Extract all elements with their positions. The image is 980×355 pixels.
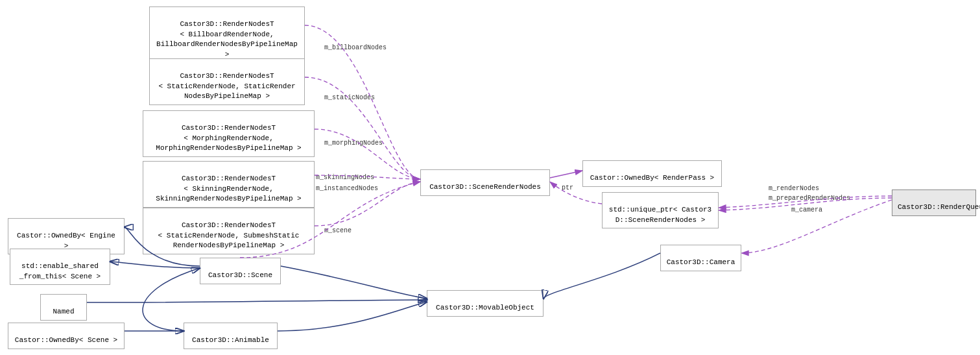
castor-owned-renderpass-box: Castor::OwnedBy< RenderPass >	[582, 160, 722, 187]
scene-render-nodes-box: Castor3D::SceneRenderNodes	[420, 169, 550, 196]
scene-box: Castor3D::Scene	[200, 258, 281, 284]
camera-box: Castor3D::Camera	[660, 245, 741, 271]
billboard-render-nodes-box: Castor3D::RenderNodesT < BillboardRender…	[149, 6, 305, 63]
submesh-static-render-nodes-box: Castor3D::RenderNodesT < StaticRenderNod…	[143, 208, 315, 254]
animable-box: Castor3D::Animable	[184, 323, 278, 349]
edge-animable-to-scene	[143, 268, 200, 331]
static-render-nodes-box: Castor3D::RenderNodesT < StaticRenderNod…	[149, 58, 305, 105]
movable-object-box: Castor3D::MovableObject	[427, 290, 544, 317]
edge-scene-rn-to-owned	[550, 171, 582, 178]
unique-ptr-scene-render-nodes-box: std::unique_ptr< Castor3 D::SceneRenderN…	[602, 192, 719, 228]
label-instanced-nodes: m_instancedNodes	[316, 185, 378, 192]
edge-camera-to-movable	[544, 253, 660, 299]
edge-scene-to-movable	[281, 266, 427, 299]
label-m-camera: m_camera	[791, 206, 822, 214]
edge-static	[305, 77, 420, 179]
label-static-nodes: m_staticNodes	[324, 94, 375, 101]
label-m-scene: m_scene	[324, 227, 352, 234]
morphing-render-nodes-box: Castor3D::RenderNodesT < MorphingRenderN…	[143, 110, 315, 157]
label-morphing-nodes: m_morphingNodes	[324, 140, 383, 147]
skinning-render-nodes-box: Castor3D::RenderNodesT < SkinningRenderN…	[143, 161, 315, 208]
label-prepared-render-nodes: m_preparedRenderNodes	[769, 195, 850, 202]
named-box: Named	[40, 294, 87, 321]
label-billboard-nodes: m_billboardNodes	[324, 44, 387, 51]
edge-named-to-movable	[87, 300, 427, 302]
label-render-nodes: m_renderNodes	[769, 185, 819, 192]
edge-morphing	[315, 129, 420, 179]
edge-scene-to-enable-shared	[110, 262, 200, 268]
castor-owned-scene-box: Castor::OwnedBy< Scene >	[8, 323, 125, 349]
label-skinning-nodes: m_skinningNodes	[316, 174, 374, 181]
render-queue-box: Castor3D::RenderQueue	[892, 190, 976, 216]
enable-shared-box: std::enable_shared _from_this< Scene >	[10, 249, 110, 285]
edge-animable-to-movable	[278, 302, 427, 331]
label-ptr: ptr	[562, 184, 573, 191]
